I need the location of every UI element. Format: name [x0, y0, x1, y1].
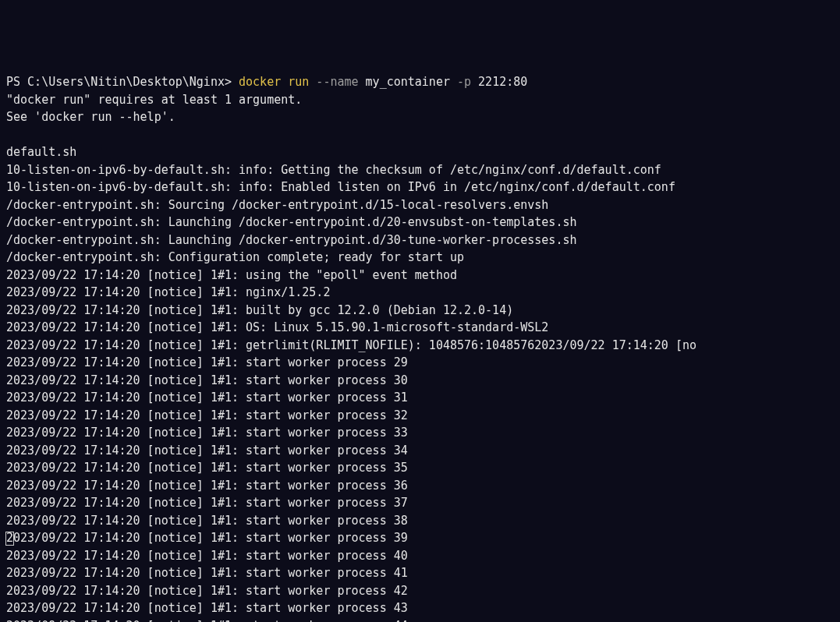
- cmd-subcommand: run: [281, 75, 309, 89]
- prompt-line: PS C:\Users\Nitin\Desktop\Nginx> docker …: [6, 73, 834, 91]
- output-line: 2023/09/22 17:14:20 [notice] 1#1: start …: [6, 407, 834, 425]
- cmd-arg-port: 2212:80: [471, 75, 527, 89]
- output-line: 2023/09/22 17:14:20 [notice] 1#1: start …: [6, 459, 834, 477]
- cmd-arg-name: my_container: [359, 75, 450, 89]
- terminal[interactable]: PS C:\Users\Nitin\Desktop\Nginx> docker …: [6, 73, 834, 622]
- output-line: 2023/09/22 17:14:20 [notice] 1#1: start …: [6, 494, 834, 512]
- output-line: 2023/09/22 17:14:20 [notice] 1#1: OS: Li…: [6, 319, 834, 337]
- output-line: 2023/09/22 17:14:20 [notice] 1#1: nginx/…: [6, 284, 834, 302]
- output-line: 2023/09/22 17:14:20 [notice] 1#1: start …: [6, 599, 834, 617]
- output-line: /docker-entrypoint.sh: Launching /docker…: [6, 214, 834, 231]
- output-line: 10-listen-on-ipv6-by-default.sh: info: E…: [6, 178, 834, 196]
- output-line: /docker-entrypoint.sh: Launching /docker…: [6, 231, 834, 249]
- output-line: /docker-entrypoint.sh: Sourcing /docker-…: [6, 196, 834, 214]
- output-line: 10-listen-on-ipv6-by-default.sh: info: G…: [6, 161, 834, 179]
- prompt-path: C:\Users\Nitin\Desktop\Nginx>: [27, 75, 239, 89]
- output-line: 2023/09/22 17:14:20 [notice] 1#1: built …: [6, 302, 834, 320]
- output-line: 2023/09/22 17:14:20 [notice] 1#1: start …: [6, 372, 834, 390]
- cmd-executable: docker: [239, 75, 281, 89]
- output-line: See 'docker run --help'.: [6, 108, 834, 126]
- output-line: 2023/09/22 17:14:20 [notice] 1#1: start …: [6, 477, 834, 495]
- output-line: /docker-entrypoint.sh: Configuration com…: [6, 249, 834, 267]
- output-line: 2023/09/22 17:14:20 [notice] 1#1: start …: [6, 564, 834, 582]
- output-line: 2023/09/22 17:14:20 [notice] 1#1: start …: [6, 582, 834, 600]
- output-line: [6, 126, 834, 144]
- output-line: 2023/09/22 17:14:20 [notice] 1#1: getrli…: [6, 337, 834, 355]
- prompt-ps: PS: [6, 75, 27, 89]
- output-line: "docker run" requires at least 1 argumen…: [6, 91, 834, 109]
- output-line: 2023/09/22 17:14:20 [notice] 1#1: start …: [6, 389, 834, 407]
- terminal-cursor: [6, 532, 13, 546]
- output-line: 2023/09/22 17:14:20 [notice] 1#1: using …: [6, 267, 834, 284]
- output-line: 2023/09/22 17:14:20 [notice] 1#1: start …: [6, 354, 834, 372]
- terminal-output: "docker run" requires at least 1 argumen…: [6, 91, 834, 623]
- output-line: 2023/09/22 17:14:20 [notice] 1#1: start …: [6, 547, 834, 565]
- output-line: 2023/09/22 17:14:20 [notice] 1#1: start …: [6, 512, 834, 530]
- output-line: 2023/09/22 17:14:20 [notice] 1#1: start …: [6, 529, 834, 547]
- output-line: 2023/09/22 17:14:20 [notice] 1#1: start …: [6, 617, 834, 623]
- output-line: 2023/09/22 17:14:20 [notice] 1#1: start …: [6, 424, 834, 442]
- output-line: 2023/09/22 17:14:20 [notice] 1#1: start …: [6, 442, 834, 460]
- output-line: default.sh: [6, 143, 834, 161]
- cmd-option-port: -p: [450, 75, 471, 89]
- cmd-option-name: --name: [309, 75, 358, 89]
